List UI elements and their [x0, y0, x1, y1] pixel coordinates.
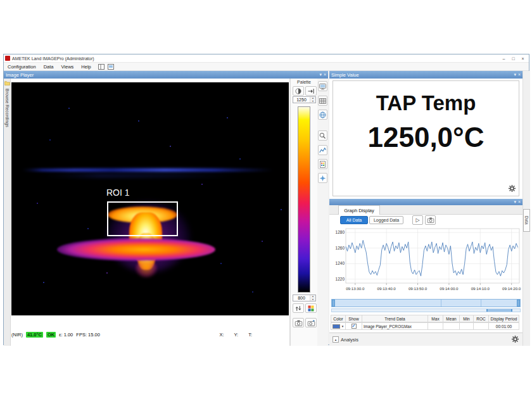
- zoom-scrollbar[interactable]: [331, 308, 521, 312]
- trend-roc-cell[interactable]: [474, 322, 489, 330]
- thermal-image[interactable]: ROI 1: [11, 82, 289, 315]
- simple-value-card: TAP Temp 1250,0°C: [332, 80, 519, 196]
- palette-panel: Palette 1250 ▲▼ 800 ▲▼: [290, 79, 317, 346]
- close-panel-icon[interactable]: ×: [324, 72, 326, 77]
- left-autohide-strip: Browse Recordings: [4, 79, 11, 346]
- table-icon[interactable]: [318, 96, 327, 106]
- roi-rectangle[interactable]: [107, 201, 178, 236]
- menu-views[interactable]: Views: [57, 64, 77, 70]
- trend-show-cell[interactable]: ✓: [346, 322, 362, 330]
- close-button[interactable]: ×: [518, 55, 528, 62]
- palette-select-icon[interactable]: [305, 303, 317, 313]
- pin-icon[interactable]: ▾: [514, 200, 516, 205]
- palette-gradient[interactable]: [298, 106, 310, 293]
- trend-max-cell[interactable]: [428, 322, 443, 330]
- col-min[interactable]: Min: [460, 315, 474, 322]
- color-swatch[interactable]: [332, 324, 340, 329]
- pin-icon[interactable]: ▾: [514, 72, 516, 77]
- range-handle-right[interactable]: [517, 300, 520, 307]
- expander-icon[interactable]: ▴: [332, 336, 339, 343]
- svg-text:1260: 1260: [336, 246, 345, 250]
- graph-panel-header[interactable]: ▾ ×: [329, 199, 522, 205]
- thermal-streak-2: [37, 175, 246, 177]
- measurement-value: 1250,0°C: [333, 122, 519, 153]
- trend-chart[interactable]: 122012401260128009:13:30.009:13:40.009:1…: [331, 226, 522, 297]
- minimize-button[interactable]: –: [499, 55, 509, 62]
- spinner-arrows[interactable]: ▲▼: [310, 97, 315, 103]
- trend-min-cell[interactable]: [460, 322, 474, 330]
- all-data-button[interactable]: All Data: [340, 216, 368, 224]
- sparkle-icon[interactable]: [318, 173, 327, 183]
- roi-label: ROI 1: [106, 187, 130, 198]
- logged-data-button[interactable]: Logged Data: [369, 216, 403, 224]
- range-handle-left[interactable]: [332, 300, 335, 307]
- col-mean[interactable]: Mean: [443, 315, 460, 322]
- snapshot-image-icon[interactable]: [293, 318, 304, 327]
- palette-min-value[interactable]: 800: [293, 296, 310, 300]
- snapshot-record-icon[interactable]: [305, 318, 317, 327]
- title-bar[interactable]: AMETEK Land IMAGEPro (Administrator) – □…: [4, 54, 529, 63]
- palette-doc-icon[interactable]: [318, 159, 327, 169]
- trend-icon[interactable]: [318, 145, 327, 155]
- image-player-panel: Image Player ▾ × Browse Recordings: [4, 71, 328, 346]
- pin-icon[interactable]: ▾: [319, 72, 322, 77]
- menu-help[interactable]: Help: [77, 64, 94, 70]
- settings-gear-icon[interactable]: [508, 184, 516, 194]
- emissivity-label: ε: 1.00: [59, 332, 73, 338]
- menu-bar: Configuration Data Views Help: [4, 63, 529, 71]
- maximize-button[interactable]: □: [509, 55, 518, 62]
- invert-palette-icon[interactable]: [293, 303, 304, 313]
- zoom-icon[interactable]: [318, 130, 327, 141]
- image-player-title: Image Player: [6, 72, 34, 78]
- simple-value-header[interactable]: Simple Value ▾ ×: [329, 71, 522, 79]
- dropdown-arrow-icon[interactable]: ▼: [341, 325, 344, 328]
- close-panel-icon[interactable]: ×: [518, 72, 521, 77]
- palette-min-spinner[interactable]: 800 ▲▼: [293, 294, 316, 301]
- trend-display-period-cell[interactable]: 00:01:00: [489, 322, 519, 330]
- globe-icon[interactable]: [318, 110, 327, 120]
- col-max[interactable]: Max: [428, 315, 443, 322]
- display-icon[interactable]: [318, 81, 327, 91]
- tab-graph-display[interactable]: Graph Display: [338, 205, 380, 215]
- spinner-arrows[interactable]: ▲▼: [310, 295, 315, 301]
- window-controls: – □ ×: [499, 55, 528, 62]
- col-roc[interactable]: ROC: [474, 315, 489, 322]
- svg-text:09:14:20.0: 09:14:20.0: [502, 286, 521, 291]
- chart-snapshot-button[interactable]: [425, 215, 436, 225]
- contrast-icon[interactable]: [293, 86, 304, 96]
- image-player-header[interactable]: Image Player ▾ ×: [4, 71, 328, 79]
- svg-text:09:13:50.0: 09:13:50.0: [408, 286, 428, 291]
- col-display-period[interactable]: Display Period: [489, 315, 519, 322]
- menu-data[interactable]: Data: [40, 64, 58, 70]
- data-tab[interactable]: Data: [523, 209, 530, 232]
- data-tab-label: Data: [524, 216, 529, 225]
- simple-value-title: Simple Value: [331, 72, 359, 78]
- browse-recordings-tab[interactable]: Browse Recordings: [4, 79, 10, 346]
- trend-mean-cell[interactable]: [443, 322, 460, 330]
- col-show[interactable]: Show: [346, 315, 362, 322]
- show-checkbox[interactable]: ✓: [352, 324, 357, 329]
- time-range-bar[interactable]: [331, 299, 521, 307]
- trend-color-cell[interactable]: ▼: [331, 322, 346, 330]
- svg-text:1280: 1280: [336, 230, 345, 234]
- col-trend-data[interactable]: Trend Data: [362, 315, 428, 322]
- layout-columns-icon[interactable]: [98, 64, 104, 70]
- close-panel-icon[interactable]: ×: [518, 200, 521, 205]
- plume-drips: [136, 261, 157, 277]
- analysis-label[interactable]: Analysis: [341, 337, 358, 343]
- range-mark: [441, 300, 441, 307]
- auto-range-icon[interactable]: [305, 86, 317, 96]
- palette-max-spinner[interactable]: 1250 ▲▼: [293, 96, 316, 103]
- palette-max-value[interactable]: 1250: [293, 98, 310, 102]
- graph-settings-gear-icon[interactable]: [511, 335, 519, 345]
- zoom-thumb[interactable]: [486, 309, 513, 312]
- graph-display-panel: ▾ × Graph Display All Data Logged Data ▷…: [329, 199, 522, 346]
- screen-layout-icon[interactable]: [108, 64, 114, 70]
- folder-icon: [4, 80, 10, 87]
- trend-name-cell[interactable]: Image Player_PCROI1Max: [362, 322, 428, 330]
- hot-pool: [57, 238, 215, 261]
- col-color[interactable]: Color: [331, 315, 346, 322]
- trend-table-row[interactable]: ▼ ✓ Image Player_PCROI1Max 00:01:00: [331, 322, 519, 330]
- play-button[interactable]: ▷: [412, 215, 423, 225]
- menu-configuration[interactable]: Configuration: [4, 64, 40, 70]
